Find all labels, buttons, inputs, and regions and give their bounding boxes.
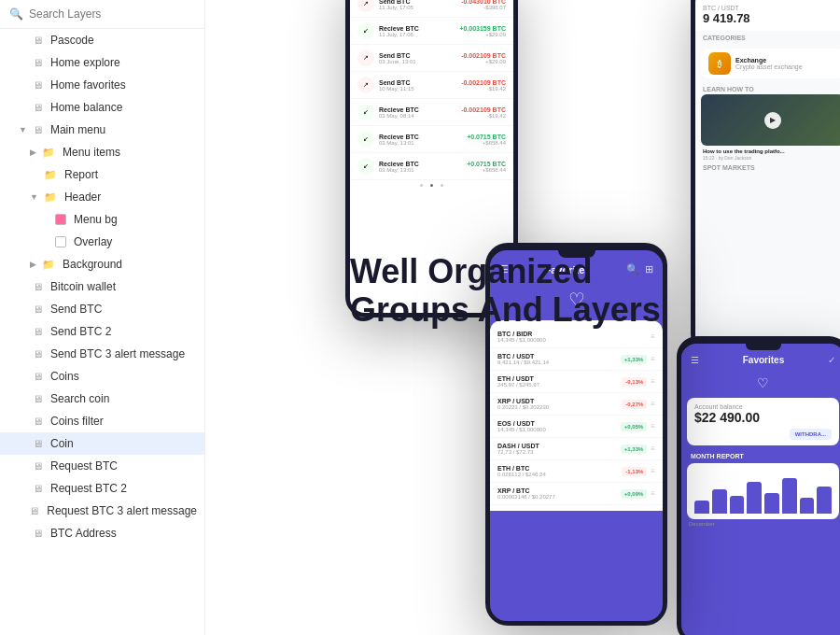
tx-amount: -0.043010 BTC -$396.07 xyxy=(461,0,506,10)
sidebar-item-background[interactable]: ▶📁Background xyxy=(0,253,204,275)
sidebar-item-overlay[interactable]: Overlay xyxy=(0,231,204,253)
sidebar-item-send-btc[interactable]: 🖥Send BTC xyxy=(0,298,204,320)
tx-info: Recieve BTC 11 July, 17:06 xyxy=(379,25,455,37)
layer-label: Send BTC 3 alert message xyxy=(50,347,185,360)
chevron-icon: ▶ xyxy=(30,260,36,269)
tx-date: 11 July, 17:05 xyxy=(379,5,456,10)
tx-btc: -0.002109 BTC xyxy=(461,79,506,86)
tx-btc: -0.002109 BTC xyxy=(461,52,506,59)
bar-7 xyxy=(817,487,832,514)
chevron-icon: ▶ xyxy=(30,148,36,157)
tx-btc: -0.043010 BTC xyxy=(461,0,506,5)
layer-label: Coin xyxy=(50,437,74,450)
sidebar-item-request-btc-3[interactable]: 🖥Request BTC 3 alert message xyxy=(0,500,204,522)
layer-label: Pascode xyxy=(50,34,94,47)
layer-label: Menu items xyxy=(63,146,120,159)
coin-name: BTC / BIDR 14,345 / $1.000000 xyxy=(497,331,651,343)
exchange-category: ₿ Exchange Crypto asset exchange xyxy=(701,49,840,78)
withdraw-button[interactable]: WITHDRA... xyxy=(790,429,832,440)
tx-info: Recieve BTC 03 May, 13:01 xyxy=(379,134,462,146)
heart-icon: ♡ xyxy=(681,370,840,394)
monitor-icon: 🖥 xyxy=(33,438,43,449)
tx-icon: ↙ xyxy=(357,131,374,148)
sidebar-item-home-favorites[interactable]: 🖥Home favorites xyxy=(0,74,204,96)
checkmark-icon: ✓ xyxy=(828,355,835,365)
transaction-item: ↗ Send BTC 11 July, 17:05 -0.043010 BTC … xyxy=(350,0,513,18)
tx-btc: +0.0715 BTC xyxy=(467,161,506,167)
change-badge: -0,27% xyxy=(622,400,647,409)
search-icon: 🔍 xyxy=(9,7,23,21)
monitor-icon: 🖥 xyxy=(33,483,43,494)
transaction-item: ↙ Recieve BTC 03 May, 08:14 -0.002109 BT… xyxy=(350,99,513,126)
video-thumbnail: ▶ xyxy=(701,94,840,146)
sidebar-item-header[interactable]: ▼📁Header xyxy=(0,186,204,208)
sidebar-item-send-btc-2[interactable]: 🖥Send BTC 2 xyxy=(0,320,204,343)
bar-5 xyxy=(782,478,797,514)
chevron-icon: ▼ xyxy=(30,192,38,202)
sidebar-item-menu-items[interactable]: ▶📁Menu items xyxy=(0,141,204,163)
sidebar-item-request-btc-2[interactable]: 🖥Request BTC 2 xyxy=(0,477,204,500)
balance-label: Account balance xyxy=(694,403,832,410)
layer-label: Send BTC 2 xyxy=(50,325,111,338)
menu-icon: ≡ xyxy=(651,332,655,341)
monitor-icon: 🖥 xyxy=(29,505,39,516)
sidebar-item-send-btc-3[interactable]: 🖥Send BTC 3 alert message xyxy=(0,343,204,365)
tx-usd: +$658.44 xyxy=(467,140,506,146)
sidebar-item-home-explore[interactable]: 🖥Home explore xyxy=(0,51,204,74)
tx-info: Recieve BTC 03 May, 13:01 xyxy=(379,161,462,173)
monitor-icon: 🖥 xyxy=(33,348,43,360)
layer-label: Menu bg xyxy=(74,213,118,226)
nav-dot xyxy=(441,184,443,187)
tx-date: 03 June, 13:01 xyxy=(379,59,456,64)
search-input[interactable] xyxy=(29,7,195,21)
sidebar-item-btc-address[interactable]: 🖥BTC Address xyxy=(0,522,204,544)
sidebar-item-home-balance[interactable]: 🖥Home balance xyxy=(0,96,204,119)
layer-label: Background xyxy=(63,258,122,271)
sidebar-item-request-btc[interactable]: 🖥Request BTC xyxy=(0,455,204,477)
transaction-item: ↙ Recieve BTC 03 May, 13:01 +0.0715 BTC … xyxy=(350,153,513,180)
sidebar-item-pascode[interactable]: 🖥Pascode xyxy=(0,29,204,51)
monitor-icon: 🖥 xyxy=(33,371,43,382)
hero-title: Well Organized Groups And Layers xyxy=(350,252,661,330)
play-icon: ▶ xyxy=(764,112,781,129)
sidebar-item-main-menu[interactable]: ▼🖥Main menu xyxy=(0,119,204,141)
coin-name: EOS / USDT 14,345 / $1.000000 xyxy=(497,420,621,432)
coin-name: ETH / USDT 245.97 / $245.97 xyxy=(497,375,622,388)
sidebar-item-bitcoin-wallet[interactable]: 🖥Bitcoin wallet xyxy=(0,275,204,298)
transaction-item: ↗ Send BTC 03 June, 13:01 -0.002109 BTC … xyxy=(350,45,513,72)
coin-name: XRP / USDT 0.20223 / $0.202230 xyxy=(497,398,622,410)
bar-2 xyxy=(730,496,745,514)
tx-usd: +$29.09 xyxy=(459,32,506,37)
tx-name: Recieve BTC xyxy=(379,25,455,32)
transaction-item: ↙ Recieve BTC 11 July, 17:06 +0.003159 B… xyxy=(350,18,513,45)
rect-pink-icon xyxy=(55,214,66,225)
bar-3 xyxy=(747,482,762,514)
sidebar-item-report[interactable]: 📁Report xyxy=(0,163,204,186)
folder-icon: 📁 xyxy=(44,191,57,204)
layers-sidebar: 🔍 🖥Pascode🖥Home explore🖥Home favorites🖥H… xyxy=(0,0,205,635)
sidebar-item-coins[interactable]: 🖥Coins xyxy=(0,365,204,388)
tx-btc: +0.003159 BTC xyxy=(459,25,506,32)
fav-coin-item: DASH / USDT 72,73 / $72.73 +1,33% ≡ xyxy=(490,438,663,460)
folder-icon: 📁 xyxy=(42,259,55,271)
phone-mockup-account: ☰ Favorites ✓ ♡ Account balance $22 490.… xyxy=(677,336,840,635)
monitor-icon: 🖥 xyxy=(33,79,43,91)
tx-btc: -0.002109 BTC xyxy=(461,106,506,113)
fav-coin-item: XRP / USDT 0.20223 / $0.202230 -0,27% ≡ xyxy=(490,393,663,416)
month-report-label: MONTH REPORT xyxy=(681,449,840,463)
search-bar[interactable]: 🔍 xyxy=(0,0,204,29)
sidebar-item-menu-bg[interactable]: Menu bg xyxy=(0,208,204,231)
transaction-item: ↗ Send BTC 10 May, 11:15 -0.002109 BTC -… xyxy=(350,72,513,99)
sidebar-item-search-coin[interactable]: 🖥Search coin xyxy=(0,388,204,410)
categories-label: CATEGORIES xyxy=(695,31,840,45)
layer-label: Main menu xyxy=(50,123,105,136)
sidebar-item-coins-filter[interactable]: 🖥Coins filter xyxy=(0,410,204,432)
tx-amount: -0.002109 BTC +$29.09 xyxy=(461,52,506,64)
tx-info: Send BTC 03 June, 13:01 xyxy=(379,52,456,64)
current-price: 9 419.78 xyxy=(703,11,840,25)
layer-label: Send BTC xyxy=(50,303,102,316)
sidebar-item-coin[interactable]: 🖥Coin xyxy=(0,432,204,455)
tx-btc: +0.0715 BTC xyxy=(467,134,506,140)
tx-amount: +0.0715 BTC +$658.44 xyxy=(467,134,506,146)
layer-label: Home favorites xyxy=(50,78,126,92)
